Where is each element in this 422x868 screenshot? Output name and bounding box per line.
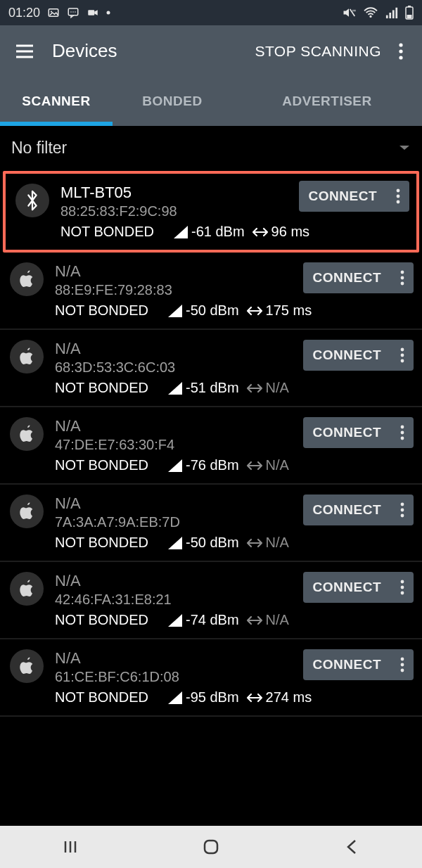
connect-more-button[interactable] xyxy=(391,572,414,603)
svg-point-21 xyxy=(399,49,402,53)
status-bar: 01:20 xyxy=(0,0,422,25)
more-vert-icon xyxy=(396,189,400,204)
connect-button[interactable]: CONNECT xyxy=(303,262,391,293)
connect-more-button[interactable] xyxy=(391,417,414,448)
more-vert-icon xyxy=(400,270,404,286)
svg-point-39 xyxy=(401,586,404,589)
svg-point-35 xyxy=(401,503,404,506)
device-interval: N/A xyxy=(246,457,289,473)
device-rssi: -95 dBm xyxy=(167,689,239,706)
connect-more-button[interactable] xyxy=(391,494,414,525)
back-icon xyxy=(345,838,359,856)
device-row[interactable]: MLT-BT0588:25:83:F2:9C:98NOT BONDED-61 d… xyxy=(3,171,419,253)
tab-label: BONDED xyxy=(142,94,202,109)
filter-label: No filter xyxy=(11,139,67,158)
home-button[interactable] xyxy=(190,838,232,856)
device-row[interactable]: N/A47:DE:E7:63:30:F4NOT BONDED-76 dBmN/A… xyxy=(0,407,422,485)
connect-group: CONNECT xyxy=(303,340,414,371)
recents-button[interactable] xyxy=(49,838,91,855)
device-interval: N/A xyxy=(246,612,289,628)
mute-icon xyxy=(342,6,356,19)
device-row[interactable]: N/A7A:3A:A7:9A:EB:7DNOT BONDED-50 dBmN/A… xyxy=(0,485,422,562)
svg-point-40 xyxy=(401,592,404,595)
tab-advertiser[interactable]: ADVERTISER xyxy=(232,77,422,126)
battery-icon xyxy=(405,6,414,20)
connect-button[interactable]: CONNECT xyxy=(299,181,387,212)
tab-bonded[interactable]: BONDED xyxy=(113,77,232,126)
device-bond-status: NOT BONDED xyxy=(55,302,160,319)
connect-button[interactable]: CONNECT xyxy=(303,494,391,525)
more-vert-icon xyxy=(399,43,403,60)
tab-scanner[interactable]: SCANNER xyxy=(0,77,113,126)
signal-icon xyxy=(385,6,398,19)
svg-rect-47 xyxy=(205,841,217,853)
svg-point-25 xyxy=(397,200,400,204)
apple-icon xyxy=(10,417,44,451)
device-bond-status: NOT BONDED xyxy=(55,457,160,473)
recents-icon xyxy=(62,838,79,855)
chat-icon xyxy=(67,6,79,19)
svg-point-5 xyxy=(75,11,76,13)
svg-rect-12 xyxy=(392,10,395,18)
wifi-icon xyxy=(363,6,378,19)
svg-point-28 xyxy=(401,282,404,286)
connect-group: CONNECT xyxy=(303,649,414,680)
more-dot-icon xyxy=(106,11,110,15)
svg-point-26 xyxy=(401,271,404,274)
svg-rect-6 xyxy=(88,10,94,15)
status-time: 01:20 xyxy=(8,6,40,20)
connect-group: CONNECT xyxy=(303,417,414,448)
more-vert-icon xyxy=(400,580,404,595)
svg-point-3 xyxy=(70,11,72,13)
device-row[interactable]: N/A68:3D:53:3C:6C:03NOT BONDED-51 dBmN/A… xyxy=(0,330,422,407)
connect-button[interactable]: CONNECT xyxy=(303,417,391,448)
device-rssi: -50 dBm xyxy=(167,535,239,551)
device-rssi: -76 dBm xyxy=(167,457,239,473)
svg-point-32 xyxy=(401,426,404,429)
connect-more-button[interactable] xyxy=(391,262,414,293)
more-vert-icon xyxy=(400,347,404,363)
connect-more-button[interactable] xyxy=(391,649,414,680)
device-rssi: -74 dBm xyxy=(167,612,239,628)
menu-button[interactable] xyxy=(10,44,39,59)
device-row[interactable]: N/A42:46:FA:31:E8:21NOT BONDED-74 dBmN/A… xyxy=(0,562,422,639)
svg-point-36 xyxy=(401,509,404,512)
more-vert-icon xyxy=(400,502,404,518)
svg-point-27 xyxy=(401,276,404,280)
overflow-menu-button[interactable] xyxy=(390,43,412,60)
filter-row[interactable]: No filter xyxy=(0,126,422,170)
device-bond-status: NOT BONDED xyxy=(55,380,160,396)
svg-point-22 xyxy=(399,56,402,59)
image-icon xyxy=(47,6,60,19)
apple-icon xyxy=(10,262,44,296)
svg-point-41 xyxy=(401,658,404,661)
svg-point-43 xyxy=(401,669,404,672)
more-vert-icon xyxy=(400,425,404,440)
svg-point-9 xyxy=(369,15,371,18)
back-button[interactable] xyxy=(331,838,373,856)
apple-icon xyxy=(10,340,44,374)
svg-point-34 xyxy=(401,437,404,440)
hamburger-icon xyxy=(15,44,34,59)
connect-button[interactable]: CONNECT xyxy=(303,649,391,680)
connect-more-button[interactable] xyxy=(387,181,409,212)
svg-rect-16 xyxy=(407,15,412,18)
device-row[interactable]: N/A88:E9:FE:79:28:83NOT BONDED-50 dBm175… xyxy=(0,253,422,330)
svg-rect-11 xyxy=(389,13,391,18)
device-bond-status: NOT BONDED xyxy=(55,689,160,706)
connect-button[interactable]: CONNECT xyxy=(303,340,391,371)
more-vert-icon xyxy=(400,657,404,672)
connect-button[interactable]: CONNECT xyxy=(303,572,391,603)
device-rssi: -61 dBm xyxy=(173,224,245,240)
svg-point-42 xyxy=(401,663,404,667)
device-row[interactable]: N/A61:CE:BF:C6:1D:08NOT BONDED-95 dBm274… xyxy=(0,639,422,717)
home-icon xyxy=(202,838,220,856)
app-title: Devices xyxy=(52,40,255,62)
svg-point-20 xyxy=(399,43,402,46)
connect-more-button[interactable] xyxy=(391,340,414,371)
device-interval: 96 ms xyxy=(252,224,309,240)
stop-scanning-button[interactable]: STOP SCANNING xyxy=(255,43,381,60)
svg-rect-13 xyxy=(395,8,397,18)
device-rssi: -51 dBm xyxy=(167,380,239,396)
device-list[interactable]: MLT-BT0588:25:83:F2:9C:98NOT BONDED-61 d… xyxy=(0,171,422,717)
